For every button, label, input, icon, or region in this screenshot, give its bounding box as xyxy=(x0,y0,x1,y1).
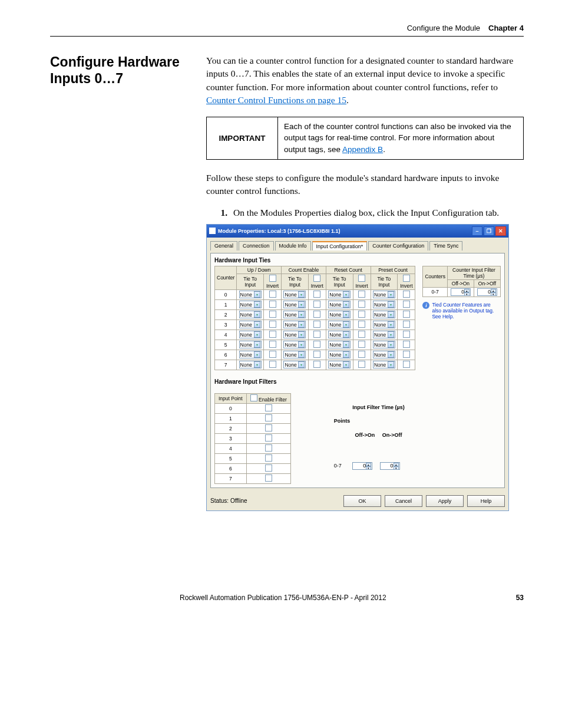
tie-dropdown[interactable]: None▾ xyxy=(283,351,306,358)
invert-checkbox[interactable] xyxy=(269,361,276,368)
enable-filter-checkbox[interactable] xyxy=(265,475,272,482)
invert-checkbox[interactable] xyxy=(269,351,276,358)
tie-dropdown[interactable]: None▾ xyxy=(239,301,262,308)
input-offon-spinner[interactable]: 0▴▾ xyxy=(352,462,372,470)
tie-dropdown[interactable]: None▾ xyxy=(239,341,262,348)
tie-dropdown[interactable]: None▾ xyxy=(239,351,262,358)
tie-dropdown[interactable]: None▾ xyxy=(328,361,351,368)
step-1: On the Modules Properties dialog box, cl… xyxy=(230,207,524,218)
invert-checkbox[interactable] xyxy=(313,321,320,328)
enable-filter-checkbox[interactable] xyxy=(265,414,272,421)
minimize-button[interactable]: – xyxy=(472,226,482,236)
hw-ties-label: Hardware Input Ties xyxy=(214,257,501,263)
enable-filter-checkbox[interactable] xyxy=(265,434,272,442)
tab-counter-configuration[interactable]: Counter Configuration xyxy=(368,241,428,251)
tie-dropdown[interactable]: None▾ xyxy=(373,341,395,348)
invert-checkbox[interactable] xyxy=(403,361,410,368)
tie-dropdown[interactable]: None▾ xyxy=(283,291,306,298)
invert-checkbox[interactable] xyxy=(269,311,276,318)
maximize-button[interactable]: ❐ xyxy=(484,226,494,236)
counter-onoff-spinner[interactable]: 0▴▾ xyxy=(477,288,497,296)
invert-checkbox[interactable] xyxy=(269,301,276,308)
ok-button[interactable]: OK xyxy=(343,495,381,507)
invert-checkbox[interactable] xyxy=(313,291,320,298)
invert-checkbox[interactable] xyxy=(358,301,365,308)
invert-checkbox[interactable] xyxy=(358,321,365,328)
tab-input-configuration[interactable]: Input Configuration* xyxy=(312,241,368,251)
enable-filter-checkbox[interactable] xyxy=(265,444,272,452)
important-text: Each of the counter control functions ca… xyxy=(278,117,524,159)
tie-dropdown[interactable]: None▾ xyxy=(373,361,395,368)
invert-checkbox[interactable] xyxy=(403,291,410,298)
tie-dropdown[interactable]: None▾ xyxy=(283,341,306,348)
tab-time-sync[interactable]: Time Sync xyxy=(429,241,462,251)
invert-checkbox[interactable] xyxy=(403,311,410,318)
invert-checkbox[interactable] xyxy=(358,351,365,358)
invert-checkbox[interactable] xyxy=(269,321,276,328)
close-button[interactable]: ✕ xyxy=(495,226,506,236)
enable-filter-checkbox[interactable] xyxy=(265,404,272,411)
invert-checkbox[interactable] xyxy=(313,361,320,368)
invert-checkbox[interactable] xyxy=(269,341,276,348)
info-note: i Tied Counter Features are also availab… xyxy=(422,302,499,319)
tab-connection[interactable]: Connection xyxy=(239,241,274,251)
tie-dropdown[interactable]: None▾ xyxy=(373,291,395,298)
invert-checkbox[interactable] xyxy=(269,291,276,298)
tie-dropdown[interactable]: None▾ xyxy=(283,331,306,338)
tie-dropdown[interactable]: None▾ xyxy=(239,331,262,338)
tie-dropdown[interactable]: None▾ xyxy=(328,301,351,308)
invert-checkbox[interactable] xyxy=(358,361,365,368)
tie-dropdown[interactable]: None▾ xyxy=(373,321,395,328)
enable-filter-checkbox[interactable] xyxy=(265,465,272,472)
counter-offon-spinner[interactable]: 0▴▾ xyxy=(451,288,471,296)
invert-checkbox[interactable] xyxy=(313,351,320,358)
tab-strip: General Connection Module Info Input Con… xyxy=(210,241,505,251)
invert-checkbox[interactable] xyxy=(403,321,410,328)
module-properties-dialog: Module Properties: Local:3 (1756-LSC8XIB… xyxy=(206,224,509,511)
tie-dropdown[interactable]: None▾ xyxy=(239,321,262,328)
tie-dropdown[interactable]: None▾ xyxy=(239,361,262,368)
header-chapter: Chapter 4 xyxy=(488,24,524,32)
invert-checkbox[interactable] xyxy=(403,301,410,308)
invert-checkbox[interactable] xyxy=(403,351,410,358)
tie-dropdown[interactable]: None▾ xyxy=(283,361,306,368)
tie-dropdown[interactable]: None▾ xyxy=(239,311,262,318)
link-counter-control[interactable]: Counter Control Functions on page 15 xyxy=(206,95,346,105)
tie-dropdown[interactable]: None▾ xyxy=(373,331,395,338)
follow-paragraph: Follow these steps to configure the modu… xyxy=(206,172,524,198)
tie-dropdown[interactable]: None▾ xyxy=(328,311,351,318)
invert-checkbox[interactable] xyxy=(358,311,365,318)
tie-dropdown[interactable]: None▾ xyxy=(328,331,351,338)
cancel-button[interactable]: Cancel xyxy=(385,495,422,507)
help-button[interactable]: Help xyxy=(467,495,505,507)
invert-checkbox[interactable] xyxy=(358,341,365,348)
invert-checkbox[interactable] xyxy=(313,341,320,348)
tab-general[interactable]: General xyxy=(210,241,237,251)
tie-dropdown[interactable]: None▾ xyxy=(328,291,351,298)
invert-checkbox[interactable] xyxy=(358,331,365,338)
invert-checkbox[interactable] xyxy=(358,291,365,298)
tie-dropdown[interactable]: None▾ xyxy=(373,311,395,318)
tie-dropdown[interactable]: None▾ xyxy=(373,301,395,308)
tie-dropdown[interactable]: None▾ xyxy=(328,351,351,358)
tie-dropdown[interactable]: None▾ xyxy=(239,291,262,298)
page-header: Configure the Module Chapter 4 xyxy=(50,24,524,37)
tie-dropdown[interactable]: None▾ xyxy=(283,301,306,308)
apply-button[interactable]: Apply xyxy=(426,495,464,507)
invert-checkbox[interactable] xyxy=(269,331,276,338)
invert-checkbox[interactable] xyxy=(313,331,320,338)
tie-dropdown[interactable]: None▾ xyxy=(328,321,351,328)
tie-dropdown[interactable]: None▾ xyxy=(283,311,306,318)
invert-checkbox[interactable] xyxy=(313,301,320,308)
invert-checkbox[interactable] xyxy=(403,341,410,348)
link-appendix-b[interactable]: Appendix B xyxy=(342,145,383,154)
invert-checkbox[interactable] xyxy=(313,311,320,318)
tie-dropdown[interactable]: None▾ xyxy=(373,351,395,358)
tie-dropdown[interactable]: None▾ xyxy=(328,341,351,348)
tab-module-info[interactable]: Module Info xyxy=(275,241,311,251)
input-onoff-spinner[interactable]: 0▴▾ xyxy=(380,462,400,470)
enable-filter-checkbox[interactable] xyxy=(265,424,272,431)
enable-filter-checkbox[interactable] xyxy=(265,454,272,462)
invert-checkbox[interactable] xyxy=(403,331,410,338)
tie-dropdown[interactable]: None▾ xyxy=(283,321,306,328)
